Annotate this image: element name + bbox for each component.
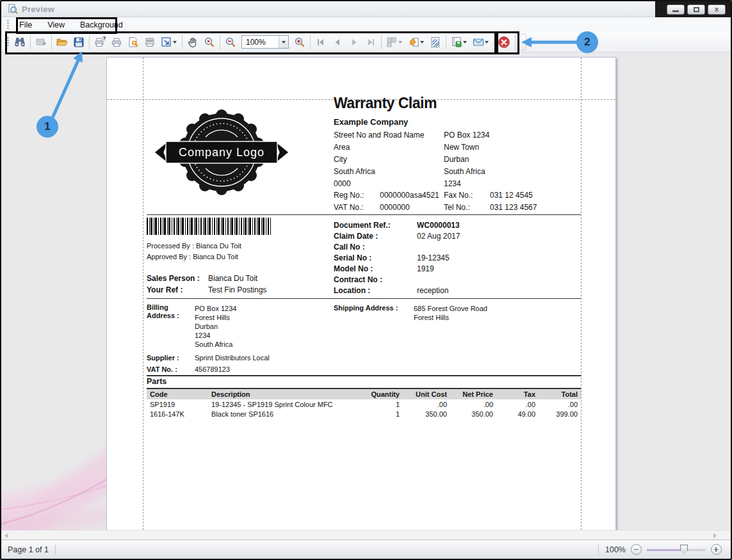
parts-header-row: Code Description Quantity Unit Cost Net … (147, 388, 581, 399)
toolbar-separator (51, 35, 52, 49)
close-button[interactable]: x (708, 4, 726, 15)
address-cell: South Africa (334, 166, 444, 178)
pan-button[interactable] (184, 34, 201, 51)
zoom-minus-button[interactable] (631, 544, 642, 555)
preview-app-icon (8, 4, 18, 14)
find-button[interactable] (12, 34, 28, 51)
statusbar-separator (55, 545, 56, 555)
close-preview-button[interactable] (496, 34, 512, 51)
scroll-left-icon[interactable] (4, 533, 8, 538)
close-red-circle-icon (497, 35, 511, 49)
toolbar-separator (220, 35, 220, 49)
menu-file[interactable]: File (12, 19, 40, 31)
claim-date-value: 02 Aug 2017 (417, 232, 460, 241)
printer-icon (110, 36, 123, 49)
last-page-button[interactable] (362, 34, 379, 51)
open-button[interactable] (54, 34, 70, 51)
cell-code: SP1919 (147, 399, 208, 409)
zoom-percentage: 100% (605, 545, 626, 554)
email-button[interactable] (470, 34, 492, 51)
tel-no-value: 031 123 4567 (490, 203, 537, 212)
save-button[interactable] (70, 34, 87, 51)
zoom-plus-button[interactable] (711, 544, 722, 555)
call-no-label: Call No : (334, 243, 365, 252)
first-page-button[interactable] (313, 34, 329, 51)
dynamic-zoom-button[interactable] (201, 34, 218, 51)
tel-no-label: Tel No.: (444, 203, 470, 212)
scroll-right-icon[interactable] (713, 533, 717, 538)
processed-by: Processed By : Bianca Du Toit (147, 242, 241, 250)
cell-total: .00 (539, 399, 581, 409)
zoom-in-button[interactable] (291, 34, 308, 51)
col-quantity: Quantity (361, 388, 403, 399)
zoom-out-button[interactable] (222, 34, 239, 51)
window-title: Preview (22, 4, 54, 14)
zoom-combo-dropdown[interactable] (279, 36, 288, 48)
serial-no-label: Serial No : (334, 253, 371, 262)
parts-table: Code Description Quantity Unit Cost Net … (147, 388, 581, 419)
next-page-button[interactable] (346, 34, 362, 51)
doc-vat-value: 456789123 (195, 365, 230, 373)
menu-grip (7, 20, 9, 30)
export-save-icon (450, 36, 463, 49)
hand-icon (186, 36, 199, 49)
col-tax: Tax (496, 388, 539, 399)
slider-handle[interactable] (680, 545, 688, 555)
company-address-block: Street No and Road NamePO Box 1234 AreaN… (334, 129, 590, 190)
send-button-disabled[interactable] (33, 34, 49, 51)
your-ref-value: Test Fin Postings (208, 285, 266, 294)
horizontal-scrollbar[interactable] (1, 530, 731, 540)
toolbar-separator (182, 35, 183, 49)
maximize-button[interactable] (687, 4, 705, 15)
zoom-combobox[interactable]: 100% (241, 35, 289, 49)
multiple-pages-button-disabled[interactable] (384, 34, 405, 51)
dropdown-caret-icon (398, 41, 402, 44)
sales-person-value: Bianca Du Toit (208, 274, 257, 283)
chevron-down-icon (282, 41, 286, 44)
print-setup-button[interactable]: ? (92, 34, 108, 51)
menu-background[interactable]: Background (72, 19, 131, 31)
serial-no-value: 19-12345 (417, 253, 450, 262)
company-name: Example Company (334, 117, 408, 127)
close-icon: x (715, 6, 719, 13)
magnifier-dot-icon (203, 36, 216, 49)
print-button[interactable] (108, 34, 125, 51)
menu-view[interactable]: View (40, 19, 72, 31)
cell-unit-cost: 350.00 (403, 409, 450, 419)
col-total: Total (539, 388, 581, 399)
printer-properties-button-disabled[interactable] (142, 34, 158, 51)
printer-question-icon: ? (94, 36, 106, 49)
col-unit-cost: Unit Cost (403, 388, 450, 399)
dropdown-caret-icon (420, 41, 424, 44)
toolbar-separator (381, 35, 382, 49)
page-setup-button[interactable] (125, 34, 142, 51)
shipping-line: 685 Forest Grove Road (414, 304, 487, 313)
col-description: Description (208, 388, 361, 399)
export-button[interactable] (448, 34, 470, 51)
address-cell: 1234 (444, 178, 461, 190)
vat-no-label: VAT No.: (334, 203, 364, 212)
section-divider (147, 375, 581, 376)
cell-description: Black toner SP1616 (208, 409, 361, 419)
background-color-button[interactable] (405, 34, 427, 51)
claim-date-label: Claim Date : (334, 232, 378, 241)
dropdown-caret-icon (485, 41, 489, 44)
location-value: reception (417, 286, 448, 295)
col-net-price: Net Price (450, 388, 496, 399)
toolbar-separator (446, 35, 446, 49)
col-code: Code (147, 388, 208, 399)
scale-button[interactable] (158, 34, 180, 51)
previous-page-button[interactable] (329, 34, 346, 51)
shipping-address-label: Shipping Address : (334, 304, 398, 312)
fax-no-label: Fax No.: (444, 191, 473, 200)
minimize-button[interactable] (667, 4, 685, 15)
zoom-slider[interactable] (647, 545, 706, 555)
resize-page-icon (160, 36, 173, 49)
warranty-claim-document: Company Logo Warranty Claim Example Comp… (107, 58, 615, 530)
supplier-label: Supplier : (147, 354, 179, 362)
watermark-button[interactable] (427, 34, 444, 51)
section-divider (147, 298, 581, 299)
printer-gray-icon (143, 36, 156, 49)
address-cell: Street No and Road Name (334, 129, 444, 141)
open-folder-icon (56, 36, 69, 49)
